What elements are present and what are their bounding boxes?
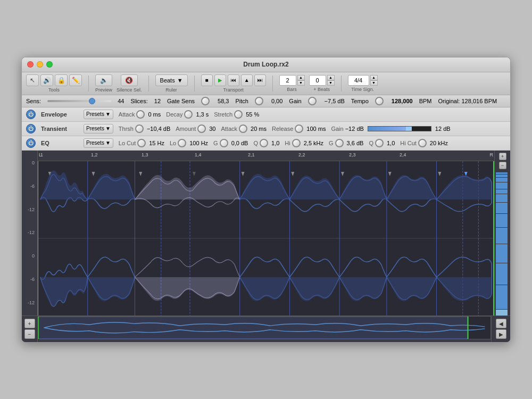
waveform-main[interactable]: L 1 1,2 1,3 1,4 2,1 2,2 2,3 2,4 R <box>38 151 494 315</box>
time-sign-down-button[interactable]: ▼ <box>370 80 378 86</box>
scale-6b: -6 <box>23 277 36 282</box>
marker-1-4: 1,4 <box>195 152 202 157</box>
separator-5 <box>341 76 342 92</box>
gain-label: Gain <box>289 98 301 104</box>
tempo-knob[interactable] <box>375 97 384 105</box>
pencil-tool-button[interactable]: ✏️ <box>69 74 82 86</box>
hi-cut-group: Hi Cut 20 kHz <box>400 139 448 147</box>
transient-power-button[interactable]: ⏻ <box>26 124 36 134</box>
envelope-presets-dropdown[interactable]: Presets ▼ <box>84 110 113 119</box>
release-knob[interactable] <box>295 124 303 133</box>
eq-presets-dropdown[interactable]: Presets ▼ <box>84 138 113 148</box>
hi-knob[interactable] <box>292 139 301 147</box>
transport-icons: ■ ▶ ⏮ ▲ ⏭ <box>201 74 266 86</box>
select-tool-button[interactable]: ↖ <box>26 74 39 86</box>
transient-row: ⏻ Transient Presets ▼ Thrsh −10,4 dB Amo… <box>22 122 510 136</box>
thrsh-knob[interactable] <box>135 124 144 133</box>
fast-forward-button[interactable]: ⏭ <box>254 74 266 86</box>
transient-attack-knob[interactable] <box>239 124 247 133</box>
hi-label: Hi <box>285 140 290 146</box>
bars-input[interactable]: 2 <box>279 75 296 86</box>
bars-down-button[interactable]: ▼ <box>297 80 305 86</box>
gate-sens-value: 58,3 <box>218 98 229 104</box>
beats-input[interactable]: 0 <box>309 75 326 86</box>
zoom-in-button[interactable]: + <box>499 153 506 160</box>
scroll-right-button[interactable]: ▶ <box>496 329 506 339</box>
rewind-button[interactable]: ⏮ <box>228 74 239 86</box>
hi-cut-label: Hi Cut <box>400 140 417 146</box>
decay-group: Decay 1,3 s <box>166 110 209 119</box>
q2-knob[interactable] <box>375 139 384 147</box>
g-knob[interactable] <box>220 139 228 147</box>
amount-knob[interactable] <box>197 124 206 133</box>
beats-up-button[interactable]: ▲ <box>327 75 335 80</box>
gate-sens-knob[interactable] <box>201 97 210 105</box>
speaker-tool-button[interactable]: 🔊 <box>40 74 53 86</box>
zoom-out-button[interactable]: − <box>499 162 506 169</box>
pitch-value: 0,00 <box>271 98 282 104</box>
close-button[interactable] <box>27 61 34 68</box>
q-knob[interactable] <box>260 139 268 147</box>
time-sign-up-button[interactable]: ▲ <box>370 75 378 80</box>
pitch-knob[interactable] <box>255 97 263 105</box>
scale-6: -6 <box>23 184 36 189</box>
lo-cut-knob[interactable] <box>137 139 146 147</box>
slices-label: Slices: <box>130 98 147 104</box>
silence-sel-button[interactable]: 🔇 <box>121 74 138 86</box>
thrsh-group: Thrsh −10,4 dB <box>119 124 170 133</box>
slices-value: 12 <box>154 98 161 104</box>
scale-12b: -12 <box>23 230 36 235</box>
window-title: Drum Loop.rx2 <box>243 61 288 68</box>
minimap-zoom-in-button[interactable]: + <box>24 319 35 328</box>
minimap-canvas[interactable] <box>38 316 491 339</box>
original-label: Original: 128,016 BPM <box>438 98 497 104</box>
preview-button[interactable]: 🔈 <box>95 74 112 86</box>
time-sign-label: Time Sign. <box>351 87 374 92</box>
record-button[interactable]: ▲ <box>241 74 253 86</box>
bpm-label: BPM <box>419 98 432 104</box>
beats-down-button[interactable]: ▼ <box>327 80 335 86</box>
transient-gain-label: Gain <box>331 126 343 132</box>
gate-sens-label: Gate Sens <box>167 98 195 104</box>
ruler-label: Ruler <box>165 87 177 93</box>
sens-bar: Sens: 44 Slices: 12 Gate Sens 58,3 Pitch… <box>22 95 510 107</box>
app-window: Drum Loop.rx2 ↖ 🔊 🔒 ✏️ Tools 🔈 Preview 🔇… <box>21 57 511 343</box>
gain-knob[interactable] <box>308 97 317 105</box>
transient-presets-dropdown[interactable]: Presets ▼ <box>84 124 113 134</box>
thrsh-label: Thrsh <box>119 126 134 132</box>
minimap-svg <box>38 317 491 339</box>
q-value: 1,0 <box>271 140 279 146</box>
g2-knob[interactable] <box>335 139 344 147</box>
tempo-value: 128,000 <box>392 98 413 104</box>
ruler-dropdown[interactable]: Beats ▼ <box>155 74 188 86</box>
scroll-left-button[interactable]: ◀ <box>496 319 506 328</box>
attack-knob[interactable] <box>136 110 145 119</box>
eq-presets-label: Presets <box>86 140 104 146</box>
bars-up-button[interactable]: ▲ <box>297 75 305 80</box>
stretch-knob[interactable] <box>234 110 243 119</box>
play-button[interactable]: ▶ <box>214 74 226 86</box>
minimap-zoom-out-button[interactable]: − <box>24 329 35 339</box>
eq-label: EQ <box>41 140 78 146</box>
minimize-button[interactable] <box>37 61 43 68</box>
maximize-button[interactable] <box>46 61 53 68</box>
lo-value: 100 Hz <box>189 140 208 146</box>
lock-tool-button[interactable]: 🔒 <box>55 74 68 86</box>
envelope-power-button[interactable]: ⏻ <box>26 110 36 119</box>
marker-1-3: 1,3 <box>142 152 148 157</box>
marker-2-2: 2,2 <box>298 152 305 157</box>
q2-value: 1,0 <box>387 140 395 146</box>
eq-presets-icon: ▼ <box>105 140 111 146</box>
stop-button[interactable]: ■ <box>201 74 213 86</box>
hi-cut-knob[interactable] <box>418 139 427 147</box>
silence-sel-label: Silence Sel. <box>117 87 142 93</box>
decay-knob[interactable] <box>184 110 193 119</box>
tools-label: Tools <box>48 87 60 93</box>
lo-knob[interactable] <box>178 139 186 147</box>
eq-power-button[interactable]: ⏻ <box>26 138 36 148</box>
gain-value: −7,5 dB <box>325 98 345 104</box>
sens-slider[interactable] <box>47 100 111 102</box>
waveform-canvas[interactable] <box>38 161 494 315</box>
time-sign-input[interactable]: 4/4 <box>348 75 369 86</box>
envelope-row: ⏻ Envelope Presets ▼ Attack 0 ms Decay 1… <box>22 107 510 122</box>
